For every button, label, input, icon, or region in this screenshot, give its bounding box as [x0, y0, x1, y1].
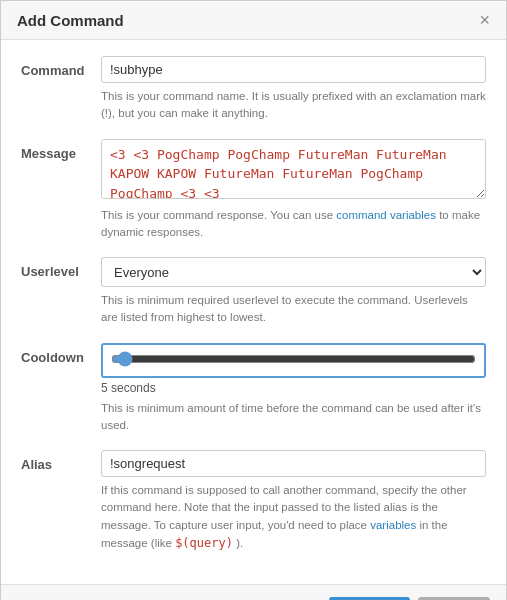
command-row: Command This is your command name. It is… — [21, 56, 486, 123]
command-help: This is your command name. It is usually… — [101, 88, 486, 123]
alias-field: If this command is supposed to call anot… — [101, 450, 486, 552]
userlevel-select[interactable]: Everyone Subscriber Moderator Editor Own… — [101, 257, 486, 287]
cooldown-label: Cooldown — [21, 343, 101, 365]
userlevel-label: Userlevel — [21, 257, 101, 279]
userlevel-field: Everyone Subscriber Moderator Editor Own… — [101, 257, 486, 327]
alias-row: Alias If this command is supposed to cal… — [21, 450, 486, 552]
cooldown-value: 5 seconds — [101, 381, 486, 395]
add-command-modal: Add Command × Command This is your comma… — [0, 0, 507, 600]
modal-header: Add Command × — [1, 1, 506, 40]
message-row: Message <3 <3 PogChamp PogChamp FutureMa… — [21, 139, 486, 242]
command-field: This is your command name. It is usually… — [101, 56, 486, 123]
message-textarea[interactable]: <3 <3 PogChamp PogChamp FutureMan Future… — [101, 139, 486, 199]
command-label: Command — [21, 56, 101, 78]
alias-input[interactable] — [101, 450, 486, 477]
userlevel-row: Userlevel Everyone Subscriber Moderator … — [21, 257, 486, 327]
close-button[interactable]: × — [479, 11, 490, 29]
command-variables-link[interactable]: command variables — [336, 209, 436, 221]
variables-link[interactable]: variables — [370, 519, 416, 531]
cooldown-slider[interactable] — [111, 351, 476, 367]
alias-help-line3: ). — [233, 537, 243, 549]
cooldown-field: 5 seconds This is minimum amount of time… — [101, 343, 486, 435]
modal-body: Command This is your command name. It is… — [1, 40, 506, 584]
alias-help-code: $(query) — [175, 536, 233, 550]
message-help-prefix: This is your command response. You can u… — [101, 209, 336, 221]
message-help: This is your command response. You can u… — [101, 207, 486, 242]
modal-footer: Submit Cancel — [1, 584, 506, 600]
alias-help: If this command is supposed to call anot… — [101, 482, 486, 552]
cooldown-help: This is minimum amount of time before th… — [101, 400, 486, 435]
userlevel-help: This is minimum required userlevel to ex… — [101, 292, 486, 327]
cooldown-slider-container — [101, 343, 486, 378]
message-label: Message — [21, 139, 101, 161]
command-input[interactable] — [101, 56, 486, 83]
cooldown-row: Cooldown 5 seconds This is minimum amoun… — [21, 343, 486, 435]
modal-title: Add Command — [17, 12, 124, 29]
alias-label: Alias — [21, 450, 101, 472]
message-field: <3 <3 PogChamp PogChamp FutureMan Future… — [101, 139, 486, 242]
